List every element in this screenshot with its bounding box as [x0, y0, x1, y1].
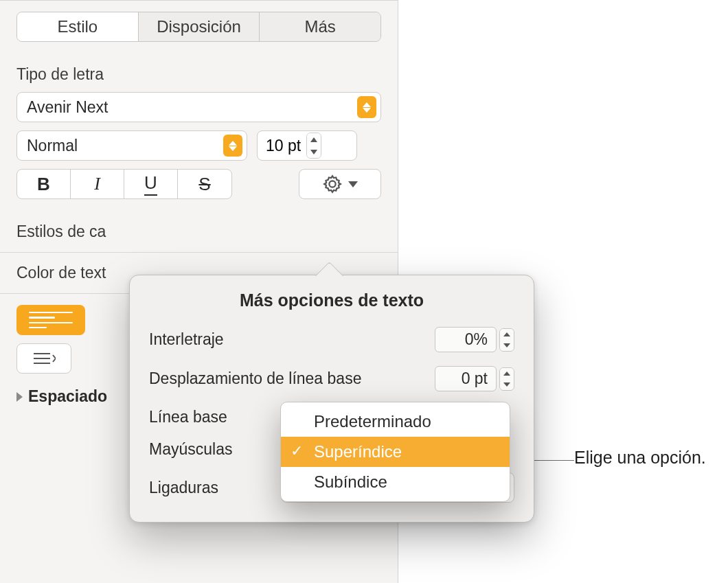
kerning-row: Interletraje 0%	[149, 327, 514, 352]
baseline-shift-label: Desplazamiento de línea base	[149, 369, 361, 388]
baseline-label: Línea base	[149, 408, 227, 426]
baseline-shift-down-button[interactable]	[500, 379, 514, 390]
caps-label: Mayúsculas	[149, 440, 232, 459]
kerning-value[interactable]: 0%	[435, 327, 497, 352]
spacing-label: Espaciado	[28, 387, 107, 406]
baseline-shift-up-button[interactable]	[500, 368, 514, 379]
font-family-value: Avenir Next	[27, 98, 108, 117]
baseline-shift-control[interactable]: 0 pt	[435, 366, 514, 391]
tab-style[interactable]: Estilo	[17, 12, 139, 41]
baseline-shift-value[interactable]: 0 pt	[435, 366, 497, 391]
font-size-down-button[interactable]	[307, 146, 321, 158]
kerning-stepper[interactable]	[499, 328, 514, 352]
chevron-right-icon	[16, 392, 23, 402]
bold-label: B	[37, 174, 50, 195]
font-weight-value: Normal	[27, 137, 78, 155]
inspector-tabs: Estilo Disposición Más	[16, 12, 381, 42]
divider	[0, 252, 398, 253]
align-left-button[interactable]	[16, 305, 85, 335]
underline-button[interactable]: U	[124, 170, 178, 198]
font-size-value: 10 pt	[266, 137, 301, 155]
chevron-down-icon	[348, 181, 358, 187]
tab-layout[interactable]: Disposición	[139, 12, 260, 41]
font-size-field[interactable]: 10 pt	[257, 130, 357, 161]
kerning-down-button[interactable]	[500, 340, 514, 351]
underline-label: U	[144, 172, 157, 196]
callout-text: Elige una opción.	[574, 448, 706, 468]
gear-icon	[322, 174, 343, 194]
baseline-option-default-label: Predeterminado	[314, 412, 431, 431]
kerning-control[interactable]: 0%	[435, 327, 514, 352]
dropdown-icon	[357, 96, 376, 118]
baseline-dropdown-menu: Predeterminado ✓ Superíndice Subíndice	[280, 402, 510, 502]
baseline-option-subscript-label: Subíndice	[314, 472, 387, 492]
font-size-stepper[interactable]	[306, 133, 321, 159]
text-style-button-group: B I U S	[16, 169, 232, 199]
kerning-label: Interletraje	[149, 330, 224, 349]
tab-more[interactable]: Más	[260, 12, 380, 41]
ligatures-label: Ligaduras	[149, 479, 218, 497]
baseline-option-superscript[interactable]: ✓ Superíndice	[281, 437, 510, 467]
baseline-option-superscript-label: Superíndice	[314, 442, 402, 461]
popover-title: Más opciones de texto	[149, 290, 514, 310]
baseline-shift-stepper[interactable]	[499, 367, 514, 391]
strikethrough-button[interactable]: S	[178, 170, 231, 198]
tab-layout-label: Disposición	[157, 17, 241, 36]
italic-label: I	[94, 174, 100, 194]
list-indent-button[interactable]	[16, 343, 71, 374]
font-size-up-button[interactable]	[307, 133, 321, 146]
dropdown-icon	[223, 135, 242, 157]
strike-label: S	[198, 174, 210, 195]
font-family-select[interactable]: Avenir Next	[16, 92, 381, 122]
italic-button[interactable]: I	[71, 170, 124, 198]
tab-style-label: Estilo	[57, 17, 98, 36]
font-section-label: Tipo de letra	[16, 65, 381, 84]
kerning-up-button[interactable]	[500, 329, 514, 340]
bold-button[interactable]: B	[17, 170, 71, 198]
char-styles-label: Estilos de ca	[16, 222, 381, 241]
baseline-option-default[interactable]: Predeterminado	[281, 407, 510, 437]
baseline-shift-row: Desplazamiento de línea base 0 pt	[149, 366, 514, 391]
font-weight-select[interactable]: Normal	[16, 130, 247, 161]
advanced-text-options-button[interactable]	[299, 169, 381, 199]
baseline-option-subscript[interactable]: Subíndice	[281, 467, 510, 497]
list-icon	[32, 351, 56, 366]
check-icon: ✓	[291, 442, 303, 460]
tab-more-label: Más	[305, 17, 336, 36]
